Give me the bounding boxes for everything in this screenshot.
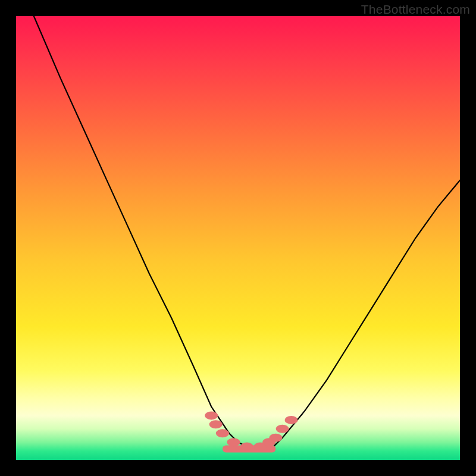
marker-dot	[276, 425, 289, 433]
marker-dot	[269, 434, 282, 442]
marker-dot	[205, 411, 218, 419]
bottleneck-curve-path	[34, 16, 460, 451]
bottleneck-curve-svg	[16, 16, 460, 460]
marker-dot	[285, 416, 298, 424]
marker-dot	[216, 429, 229, 437]
watermark-text: TheBottleneck.com	[361, 2, 470, 17]
marker-dot	[240, 443, 253, 451]
marker-dot	[227, 438, 240, 446]
marker-dot	[209, 420, 223, 428]
chart-plot-area	[16, 16, 460, 460]
